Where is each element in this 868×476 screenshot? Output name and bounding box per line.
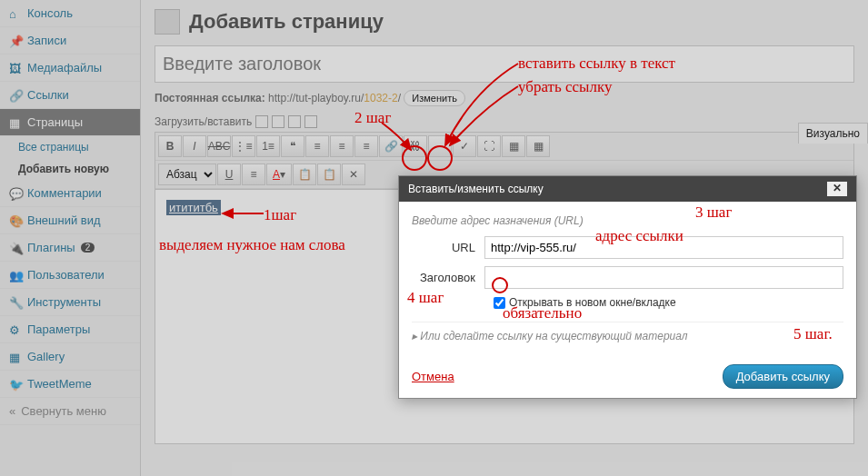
- url-input[interactable]: [484, 236, 843, 259]
- link-dialog: Вставить/изменить ссылку ✕ Введите адрес…: [398, 175, 857, 399]
- link-title-input[interactable]: [484, 266, 843, 289]
- cancel-link[interactable]: Отмена: [412, 370, 454, 383]
- url-label: URL: [412, 241, 484, 254]
- dialog-titlebar: Вставить/изменить ссылку ✕: [399, 176, 856, 202]
- link-title-label: Заголовок: [412, 271, 484, 284]
- dialog-hint: Введите адрес назначения (URL): [412, 214, 843, 227]
- dialog-close-button[interactable]: ✕: [827, 182, 847, 196]
- existing-content-toggle[interactable]: ▸ Или сделайте ссылку на существующий ма…: [412, 322, 843, 342]
- new-tab-checkbox[interactable]: [494, 297, 505, 309]
- add-link-button[interactable]: Добавить ссылку: [723, 364, 843, 389]
